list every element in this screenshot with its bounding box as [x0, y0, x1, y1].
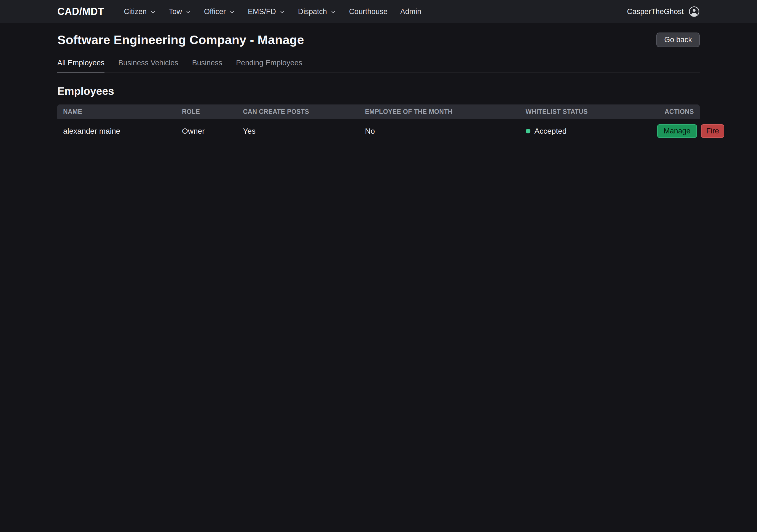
- main-content: Software Engineering Company - Manage Go…: [57, 33, 700, 143]
- nav-item-dispatch[interactable]: Dispatch: [293, 5, 341, 19]
- nav-item-tow[interactable]: Tow: [164, 5, 196, 19]
- column-header-role: ROLE: [176, 104, 237, 119]
- status-badge: Accepted: [526, 127, 567, 135]
- tab-pending-employees[interactable]: Pending Employees: [236, 59, 302, 73]
- nav-item-label: Admin: [400, 8, 421, 16]
- column-header-employee-of-the-month: EMPLOYEE OF THE MONTH: [359, 104, 520, 119]
- nav-item-courthouse[interactable]: Courthouse: [345, 5, 392, 19]
- column-header-actions: ACTIONS: [651, 104, 700, 119]
- tab-bar: All Employees Business Vehicles Business…: [57, 59, 700, 73]
- actions-cell: Manage Fire: [651, 119, 700, 143]
- chevron-down-icon: [150, 9, 156, 15]
- nav-menu: Citizen Tow Officer EMS/FD: [119, 5, 426, 19]
- top-navbar: CAD/MDT Citizen Tow Officer: [0, 0, 757, 23]
- employees-table: NAME ROLE CAN CREATE POSTS EMPLOYEE OF T…: [57, 104, 700, 143]
- status-label: Accepted: [534, 127, 567, 135]
- nav-item-citizen[interactable]: Citizen: [119, 5, 161, 19]
- table-row: alexander maine Owner Yes No Accepted Ma…: [57, 119, 700, 143]
- employee-role-cell: Owner: [176, 119, 237, 143]
- chevron-down-icon: [229, 9, 235, 15]
- fire-button[interactable]: Fire: [701, 124, 724, 138]
- status-dot-icon: [526, 129, 530, 133]
- nav-item-officer[interactable]: Officer: [199, 5, 240, 19]
- chevron-down-icon: [279, 9, 285, 15]
- go-back-button[interactable]: Go back: [656, 33, 700, 47]
- employee-can-create-posts-cell: Yes: [237, 119, 359, 143]
- tab-business-vehicles[interactable]: Business Vehicles: [118, 59, 178, 73]
- nav-item-label: EMS/FD: [248, 8, 276, 16]
- nav-item-admin[interactable]: Admin: [396, 5, 426, 19]
- app-logo[interactable]: CAD/MDT: [57, 6, 104, 17]
- tab-all-employees[interactable]: All Employees: [57, 59, 105, 73]
- nav-item-label: Courthouse: [349, 8, 388, 16]
- column-header-name: NAME: [57, 104, 176, 119]
- nav-item-label: Citizen: [124, 8, 147, 16]
- user-circle-icon[interactable]: [689, 6, 700, 17]
- tab-business[interactable]: Business: [192, 59, 223, 73]
- employee-name-cell: alexander maine: [57, 119, 176, 143]
- nav-item-label: Dispatch: [298, 8, 327, 16]
- column-header-whitelist-status: WHITELIST STATUS: [520, 104, 652, 119]
- page-title: Software Engineering Company - Manage: [57, 33, 304, 47]
- chevron-down-icon: [185, 9, 191, 15]
- employee-of-the-month-cell: No: [359, 119, 520, 143]
- whitelist-status-cell: Accepted: [520, 119, 652, 143]
- nav-item-ems-fd[interactable]: EMS/FD: [243, 5, 290, 19]
- page-header: Software Engineering Company - Manage Go…: [57, 33, 700, 47]
- section-heading-employees: Employees: [57, 85, 700, 97]
- column-header-can-create-posts: CAN CREATE POSTS: [237, 104, 359, 119]
- username-label: CasperTheGhost: [627, 8, 684, 16]
- chevron-down-icon: [330, 9, 336, 15]
- nav-item-label: Tow: [169, 8, 182, 16]
- manage-button[interactable]: Manage: [657, 124, 697, 138]
- nav-item-label: Officer: [204, 8, 226, 16]
- nav-user-area[interactable]: CasperTheGhost: [627, 6, 700, 17]
- table-header-row: NAME ROLE CAN CREATE POSTS EMPLOYEE OF T…: [57, 104, 700, 119]
